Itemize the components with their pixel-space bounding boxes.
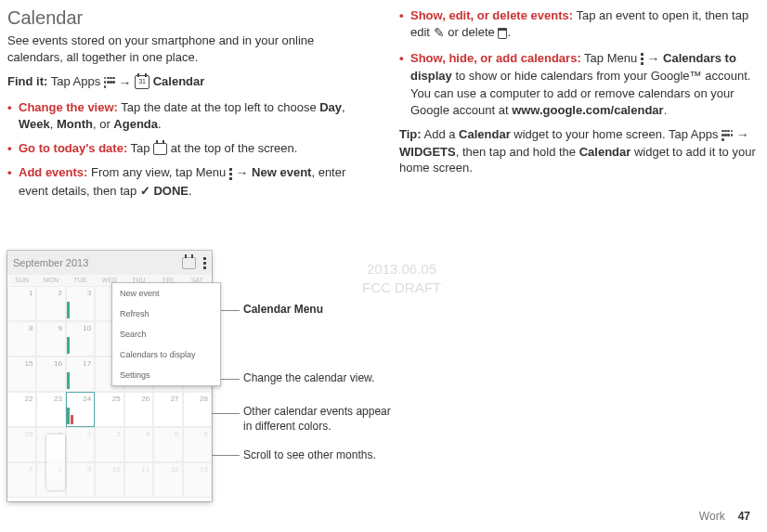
check-icon: ✓	[140, 183, 150, 200]
arrow-icon: →	[118, 75, 131, 90]
calendar-cell[interactable]: 6	[183, 427, 212, 462]
footer: Work47	[699, 510, 750, 523]
menu-item[interactable]: Settings	[112, 365, 220, 385]
menu-item[interactable]: Calendars to display	[112, 344, 220, 365]
bullet-today: Go to today's date: Tap at the top of th…	[19, 140, 365, 157]
scroll-indicator	[46, 435, 65, 490]
calendar-cell[interactable]: 16	[36, 357, 65, 392]
label-change-view: Change the calendar view.	[243, 371, 374, 384]
label-other-colors: Other calendar events appear in differen…	[243, 405, 392, 434]
intro-text: See events stored on your smartphone and…	[7, 32, 365, 65]
calendar-cell[interactable]: 3	[95, 427, 124, 462]
calendar-cell[interactable]: 13	[183, 462, 212, 498]
today-icon	[153, 143, 167, 155]
apps-icon	[722, 130, 733, 141]
calendar-cell[interactable]: 27	[153, 392, 182, 427]
calendar-cell[interactable]: 4	[124, 427, 153, 462]
bullet-change-view: Change the view: Tap the date at the top…	[19, 99, 365, 133]
calendar-screenshot: September 2013 SUNMONTUEWEDTHUFRISAT 123…	[7, 251, 212, 501]
calendar-cell[interactable]: 3	[66, 286, 95, 321]
tip: Tip: Add a Calendar widget to your home …	[399, 126, 760, 176]
calendar-cell[interactable]: 1	[7, 286, 36, 321]
bullet-edit-delete: Show, edit, or delete events: Tap an eve…	[410, 7, 760, 43]
calendar-cell[interactable]: 9	[66, 462, 95, 498]
menu-icon	[229, 167, 232, 180]
calendar-cell[interactable]: 2	[66, 427, 95, 462]
label-calendar-menu: Calendar Menu	[243, 303, 323, 316]
calendar-cell[interactable]: 10	[66, 321, 95, 357]
label-scroll: Scroll to see other months.	[243, 448, 376, 461]
page-title: Calendar	[7, 7, 365, 29]
trash-icon	[498, 28, 507, 39]
menu-item[interactable]: Refresh	[112, 304, 220, 324]
calendar-cell[interactable]: 5	[153, 427, 182, 462]
menu-item[interactable]: Search	[112, 324, 220, 344]
bullet-add-events: Add events: From any view, tap Menu → Ne…	[19, 164, 365, 200]
page-number: 47	[738, 510, 750, 523]
bullet-show-hide-calendars: Show, hide, or add calendars: Tap Menu →…	[410, 50, 760, 119]
calendar-menu-popup[interactable]: New event Refresh Search Calendars to di…	[111, 282, 221, 386]
find-it: Find it: Tap Apps → 31 Calendar	[7, 74, 365, 90]
leader-line	[212, 455, 240, 456]
today-icon[interactable]	[182, 257, 196, 269]
calendar-cell[interactable]: 23	[36, 392, 65, 427]
apps-icon	[104, 77, 115, 88]
calendar-cell[interactable]: 9	[36, 321, 65, 357]
calendar-cell[interactable]: 15	[7, 357, 36, 392]
overflow-menu-icon[interactable]	[203, 256, 206, 269]
menu-item[interactable]: New event	[112, 283, 220, 304]
pencil-icon: ✎	[434, 24, 445, 43]
month-label[interactable]: September 2013	[13, 257, 88, 268]
calendar-cell[interactable]: 29	[7, 427, 36, 462]
calendar-cell[interactable]: 17	[66, 357, 95, 392]
calendar-cell[interactable]: 11	[124, 462, 153, 498]
menu-icon	[641, 53, 644, 66]
calendar-cell[interactable]: 24	[66, 392, 95, 427]
calendar-cell[interactable]: 7	[7, 462, 36, 498]
leader-line	[212, 413, 240, 414]
calendar-cell[interactable]: 2	[36, 286, 65, 321]
calendar-cell[interactable]: 8	[7, 321, 36, 357]
calendar-cell[interactable]: 12	[153, 462, 182, 498]
calendar-cell[interactable]: 26	[124, 392, 153, 427]
calendar-header[interactable]: September 2013	[7, 251, 212, 275]
calendar-31-icon: 31	[135, 75, 150, 89]
calendar-cell[interactable]: 25	[95, 392, 124, 427]
calendar-cell[interactable]: 10	[95, 462, 124, 498]
watermark: 2013.06.05 FCC DRAFT	[362, 260, 441, 296]
calendar-cell[interactable]: 28	[183, 392, 212, 427]
calendar-cell[interactable]: 22	[7, 392, 36, 427]
